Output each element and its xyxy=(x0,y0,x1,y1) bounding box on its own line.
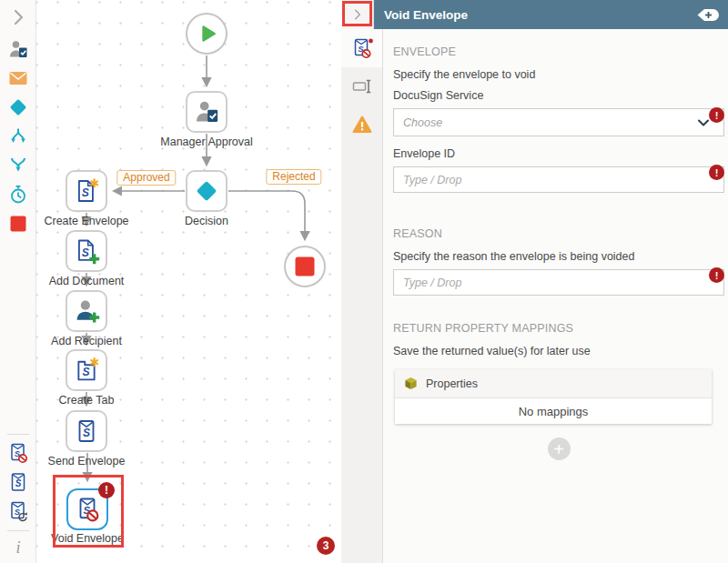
timer-icon[interactable] xyxy=(7,184,29,206)
user-task-icon[interactable] xyxy=(7,38,29,60)
info-icon[interactable]: i xyxy=(7,537,29,558)
stop-icon xyxy=(292,254,318,279)
cube-icon xyxy=(404,377,418,390)
select-placeholder: Choose xyxy=(403,116,442,129)
void-envelope-icon[interactable]: S xyxy=(7,442,29,464)
envelope-section-description: Specify the envelope to void xyxy=(393,68,724,81)
reason-input[interactable] xyxy=(393,269,724,296)
docusign-service-label: DocuSign Service xyxy=(393,89,724,102)
end-node[interactable] xyxy=(284,246,326,287)
svg-text:S: S xyxy=(82,246,89,259)
merge-paths-icon[interactable] xyxy=(7,155,29,176)
node-label: Add Recipient xyxy=(51,335,122,347)
panel-tabstrip: S xyxy=(341,29,383,563)
create-tab-node[interactable]: S xyxy=(66,349,107,391)
chevron-down-icon xyxy=(697,117,710,128)
expand-panel-button[interactable] xyxy=(696,8,720,22)
svg-text:S: S xyxy=(83,427,90,439)
node-label: Send Envelope xyxy=(48,455,126,467)
node-label: Manager Approval xyxy=(160,136,252,148)
email-icon[interactable] xyxy=(7,67,29,89)
node-label: Create Envelope xyxy=(44,215,128,227)
validation-error-icon: ! xyxy=(709,267,724,283)
decision-node[interactable] xyxy=(186,170,228,212)
reason-section-heading: REASON xyxy=(393,227,724,240)
panel-content: ENVELOPE Specify the envelope to void Do… xyxy=(383,29,728,563)
properties-card: Properties No mappings xyxy=(395,369,712,424)
mappings-section-description: Save the returned value(s) for later use xyxy=(393,345,724,357)
send-envelope-icon: S xyxy=(73,417,100,445)
branch-label-approved: Approved xyxy=(116,170,176,186)
decision-icon[interactable] xyxy=(7,96,29,118)
rename-icon xyxy=(351,75,373,97)
tab-warnings[interactable] xyxy=(341,106,382,144)
envelope-id-input[interactable] xyxy=(393,166,724,193)
add-document-node[interactable]: S xyxy=(66,230,107,272)
start-node[interactable] xyxy=(186,13,228,55)
error-count-badge[interactable]: 3 xyxy=(317,537,335,555)
svg-text:S: S xyxy=(82,186,89,199)
tab-rename[interactable] xyxy=(341,67,382,106)
split-paths-icon[interactable] xyxy=(7,126,29,147)
add-recipient-node[interactable] xyxy=(66,290,107,332)
workflow-canvas[interactable]: Manager Approval Decision Approved Rejec… xyxy=(36,0,341,563)
toolbar-divider xyxy=(7,434,29,435)
mappings-section-heading: RETURN PROPERTY MAPPINGS xyxy=(393,322,724,335)
annotation-rectangle xyxy=(342,1,372,26)
add-mapping-button[interactable]: + xyxy=(548,437,571,460)
config-panel: Void Envelope S xyxy=(341,0,728,563)
svg-text:S: S xyxy=(82,366,89,378)
docusign-service-select[interactable]: Choose xyxy=(393,108,724,136)
manager-approval-node[interactable] xyxy=(186,91,228,133)
node-label: Decision xyxy=(185,215,228,227)
create-envelope-node[interactable]: S xyxy=(66,170,107,212)
play-icon xyxy=(194,21,219,46)
send-envelope-node[interactable]: S xyxy=(66,410,107,452)
no-mappings-text: No mappings xyxy=(395,398,712,424)
left-toolbar: S S S i xyxy=(0,0,36,563)
end-icon[interactable] xyxy=(7,213,29,235)
properties-card-header[interactable]: Properties xyxy=(395,369,712,398)
add-recipient-icon xyxy=(73,297,100,325)
void-envelope-icon: S xyxy=(351,37,373,59)
decision-icon xyxy=(193,177,220,205)
branch-label-rejected: Rejected xyxy=(266,169,321,185)
panel-header: Void Envelope xyxy=(341,0,728,29)
expand-panel-icon xyxy=(696,8,720,22)
toolbar-divider xyxy=(7,530,29,531)
add-document-icon: S xyxy=(73,237,100,265)
envelope-id-label: Envelope ID xyxy=(393,147,724,160)
panel-title: Void Envelope xyxy=(384,8,696,22)
create-tab-icon: S xyxy=(73,357,100,384)
envelope-refresh-icon[interactable]: S xyxy=(7,500,29,522)
validation-error-icon: ! xyxy=(709,165,724,180)
validation-error-icon: ! xyxy=(709,107,724,123)
create-envelope-icon: S xyxy=(73,177,100,205)
warning-icon xyxy=(351,114,373,136)
properties-label: Properties xyxy=(426,377,478,390)
envelope-section-heading: ENVELOPE xyxy=(393,45,724,58)
reason-section-description: Specify the reason the envelope is being… xyxy=(393,250,724,263)
node-label: Add Document xyxy=(49,275,125,287)
node-label: Create Tab xyxy=(59,394,115,407)
svg-text:i: i xyxy=(15,538,20,557)
send-envelope-icon[interactable]: S xyxy=(7,471,29,493)
chevron-right-icon[interactable] xyxy=(7,6,29,28)
annotation-rectangle xyxy=(53,475,124,548)
tab-void-envelope[interactable]: S xyxy=(341,29,382,67)
svg-text:S: S xyxy=(15,478,21,488)
user-task-icon xyxy=(193,98,220,126)
